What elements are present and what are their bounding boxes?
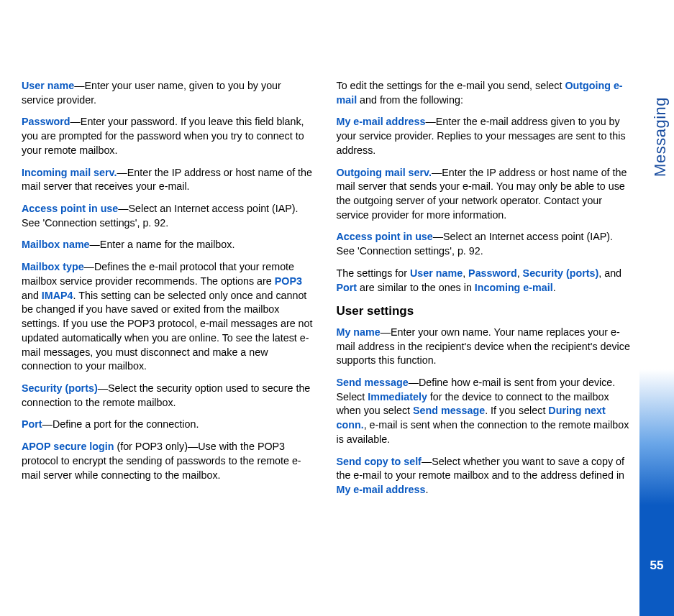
side-tab: Messaging 55 <box>639 0 674 616</box>
term-mailbox-name: Mailbox name <box>22 239 90 250</box>
term-password: Password <box>22 116 70 127</box>
left-column: User name—Enter your user name, given to… <box>22 79 316 587</box>
right-column: To edit the settings for the e-mail you … <box>337 79 632 587</box>
term-send-message-ref: Send message <box>413 405 485 416</box>
term-incoming-email-ref: Incoming e-mail <box>475 282 553 293</box>
term-send-copy-to-self: Send copy to self <box>337 456 422 467</box>
settings-similar-note: The settings for User name, Password, Se… <box>337 267 632 295</box>
term-apop: APOP secure login <box>22 441 114 452</box>
term-password-ref: Password <box>468 267 517 279</box>
page-number: 55 <box>639 558 674 573</box>
setting-send-copy-to-self: Send copy to self—Select whether you wan… <box>337 455 632 497</box>
setting-mailbox-name: Mailbox name—Enter a name for the mailbo… <box>22 238 316 252</box>
term-user-name: User name <box>22 80 74 91</box>
term-my-email-address: My e-mail address <box>337 116 426 127</box>
term-incoming-mail-serv: Incoming mail serv. <box>22 167 117 178</box>
term-security-ports: Security (ports) <box>22 382 98 394</box>
setting-my-email-address: My e-mail address—Enter the e-mail addre… <box>337 115 632 157</box>
term-imap4: IMAP4 <box>42 290 73 301</box>
term-pop3: POP3 <box>275 275 302 287</box>
setting-user-name: User name—Enter your user name, given to… <box>22 79 316 107</box>
term-access-point-2: Access point in use <box>337 231 433 242</box>
term-access-point: Access point in use <box>22 203 118 214</box>
term-send-message: Send message <box>337 377 409 388</box>
outgoing-intro: To edit the settings for the e-mail you … <box>337 79 632 107</box>
setting-outgoing-mail-serv: Outgoing mail serv.—Enter the IP address… <box>337 166 632 223</box>
term-port-ref: Port <box>337 282 358 293</box>
term-port: Port <box>22 418 42 430</box>
setting-password: Password—Enter your password. If you lea… <box>22 115 316 157</box>
section-label: Messaging <box>651 97 670 177</box>
setting-send-message: Send message—Define how e-mail is sent f… <box>337 376 632 447</box>
page-content: User name—Enter your user name, given to… <box>0 0 639 616</box>
term-mailbox-type: Mailbox type <box>22 261 84 272</box>
term-security-ref: Security (ports) <box>523 267 599 279</box>
setting-access-point-in-use: Access point in use—Select an Internet a… <box>22 202 316 230</box>
setting-my-name: My name—Enter your own name. Your name r… <box>337 326 632 368</box>
term-my-email-address-ref: My e-mail address <box>337 484 426 495</box>
setting-security-ports: Security (ports)—Select the security opt… <box>22 382 316 410</box>
setting-port: Port—Define a port for the connection. <box>22 418 316 432</box>
heading-user-settings: User settings <box>337 303 632 319</box>
setting-access-point-in-use-2: Access point in use—Select an Internet a… <box>337 230 632 258</box>
setting-apop-secure-login: APOP secure login (for POP3 only)—Use wi… <box>22 440 316 482</box>
term-outgoing-mail-serv: Outgoing mail serv. <box>337 167 432 178</box>
setting-mailbox-type: Mailbox type—Defines the e-mail protocol… <box>22 260 316 374</box>
setting-incoming-mail-serv: Incoming mail serv.—Enter the IP address… <box>22 166 316 194</box>
term-my-name: My name <box>337 326 381 338</box>
term-user-name-ref: User name <box>410 267 463 279</box>
term-immediately: Immediately <box>368 391 427 403</box>
